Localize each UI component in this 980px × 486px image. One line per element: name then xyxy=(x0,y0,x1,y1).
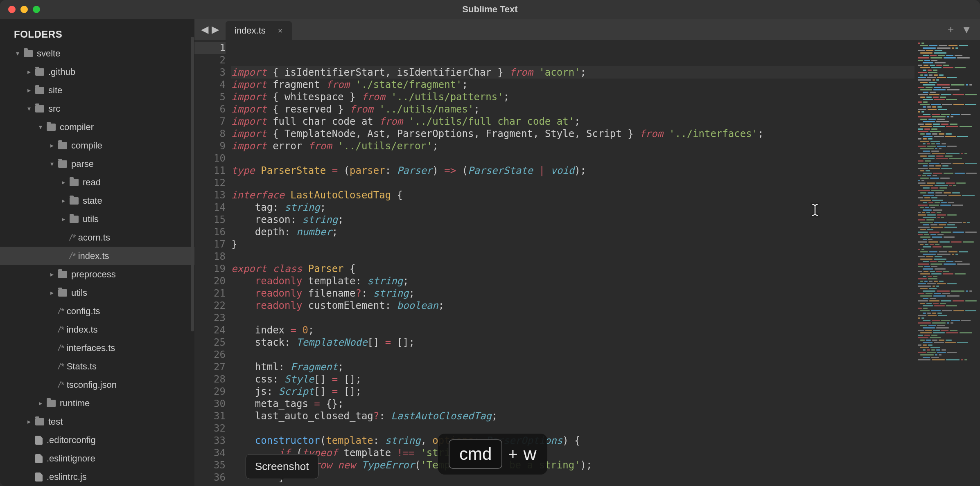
file-row[interactable]: /*Stats.ts xyxy=(0,357,194,376)
line-number[interactable]: 20 xyxy=(194,275,226,287)
code-line[interactable]: tag: string; xyxy=(231,201,915,214)
code-line[interactable] xyxy=(231,250,915,263)
folder-row[interactable]: ▸.github xyxy=(0,63,194,81)
folder-row[interactable]: ▸compile xyxy=(0,136,194,155)
disclosure-icon[interactable]: ▸ xyxy=(25,418,33,425)
code-line[interactable]: stack: TemplateNode[] = []; xyxy=(231,336,915,349)
file-row[interactable]: /*index.ts xyxy=(0,247,194,265)
folder-row[interactable]: ▾parse xyxy=(0,155,194,173)
line-number[interactable]: 4 xyxy=(194,79,226,91)
code-line[interactable]: depth: number; xyxy=(231,226,915,238)
disclosure-icon[interactable]: ▾ xyxy=(14,50,21,57)
folder-row[interactable]: ▸preprocess xyxy=(0,265,194,284)
line-number[interactable]: 13 xyxy=(194,189,226,201)
line-number[interactable]: 10 xyxy=(194,152,226,164)
code-line[interactable]: readonly template: string; xyxy=(231,275,915,287)
line-number[interactable]: 18 xyxy=(194,250,226,263)
folder-row[interactable]: ▾svelte xyxy=(0,44,194,63)
sidebar-scrollbar[interactable] xyxy=(191,37,194,331)
disclosure-icon[interactable]: ▾ xyxy=(25,106,33,112)
file-row[interactable]: /*acorn.ts xyxy=(0,228,194,247)
folder-row[interactable]: ▸state xyxy=(0,191,194,210)
code-line[interactable]: meta_tags = {}; xyxy=(231,398,915,410)
disclosure-icon[interactable]: ▸ xyxy=(60,198,67,204)
line-number[interactable]: 25 xyxy=(194,336,226,349)
line-number[interactable]: 26 xyxy=(194,349,226,361)
line-number[interactable]: 23 xyxy=(194,312,226,324)
code-line[interactable]: } xyxy=(231,238,915,250)
code-editor[interactable]: import { isIdentifierStart, isIdentifier… xyxy=(231,40,915,486)
line-gutter[interactable]: 1234567891011121314151617181920212223242… xyxy=(194,40,231,486)
line-number[interactable]: 8 xyxy=(194,128,226,140)
line-number[interactable]: 6 xyxy=(194,103,226,115)
close-window-button[interactable] xyxy=(8,6,16,13)
line-number[interactable]: 33 xyxy=(194,434,226,447)
disclosure-icon[interactable]: ▸ xyxy=(37,400,44,407)
disclosure-icon[interactable]: ▾ xyxy=(37,124,44,130)
line-number[interactable]: 27 xyxy=(194,361,226,373)
line-number[interactable]: 12 xyxy=(194,177,226,189)
line-number[interactable]: 31 xyxy=(194,410,226,422)
code-line[interactable]: throw new TypeError('Template must be a … xyxy=(231,459,915,471)
code-line[interactable]: readonly customElement: boolean; xyxy=(231,299,915,312)
code-line[interactable] xyxy=(231,484,915,486)
code-line[interactable]: index = 0; xyxy=(231,324,915,336)
new-tab-button[interactable]: + xyxy=(948,23,954,36)
line-number[interactable]: 30 xyxy=(194,398,226,410)
line-number[interactable]: 7 xyxy=(194,115,226,128)
file-row[interactable]: /*config.ts xyxy=(0,302,194,320)
code-line[interactable]: if (typeof template !== 'string') { xyxy=(231,447,915,459)
code-line[interactable]: last_auto_closed_tag?: LastAutoClosedTag… xyxy=(231,410,915,422)
line-number[interactable]: 14 xyxy=(194,201,226,214)
file-row[interactable]: .eslintignore xyxy=(0,449,194,468)
code-line[interactable]: import { reserved } from '../utils/names… xyxy=(231,103,915,115)
tab-close-icon[interactable]: × xyxy=(278,26,283,36)
code-line[interactable]: import error from '../utils/error'; xyxy=(231,140,915,152)
code-line[interactable]: interface LastAutoClosedTag { xyxy=(231,189,915,201)
folder-row[interactable]: ▸utils xyxy=(0,210,194,228)
code-line[interactable]: import full_char_code_at from '../utils/… xyxy=(231,115,915,128)
code-line[interactable] xyxy=(231,152,915,164)
disclosure-icon[interactable]: ▸ xyxy=(48,271,56,278)
file-row[interactable]: /*index.ts xyxy=(0,320,194,339)
line-number[interactable]: 1 xyxy=(194,42,226,54)
line-number[interactable]: 32 xyxy=(194,422,226,434)
code-line[interactable]: import fragment from './state/fragment'; xyxy=(231,79,915,91)
code-line[interactable]: import { isIdentifierStart, isIdentifier… xyxy=(231,66,915,79)
line-number[interactable]: 3 xyxy=(194,66,226,79)
code-line[interactable]: reason: string; xyxy=(231,214,915,226)
code-line[interactable] xyxy=(231,177,915,189)
minimize-window-button[interactable] xyxy=(20,6,28,13)
code-line[interactable]: export class Parser { xyxy=(231,263,915,275)
code-line[interactable] xyxy=(231,349,915,361)
nav-back-icon[interactable]: ◀ xyxy=(201,24,208,35)
disclosure-icon[interactable]: ▸ xyxy=(25,69,33,75)
tab-overflow-button[interactable]: ▼ xyxy=(961,23,972,36)
code-line[interactable]: constructor(template: string, options: P… xyxy=(231,434,915,447)
code-line[interactable]: type ParserState = (parser: Parser) => (… xyxy=(231,164,915,177)
folder-row[interactable]: ▾src xyxy=(0,99,194,118)
file-tab[interactable]: index.ts× xyxy=(226,21,292,40)
line-number[interactable]: 19 xyxy=(194,263,226,275)
code-line[interactable] xyxy=(231,312,915,324)
disclosure-icon[interactable]: ▸ xyxy=(25,87,33,94)
folder-row[interactable]: ▸site xyxy=(0,81,194,99)
folder-row[interactable]: ▸read xyxy=(0,173,194,191)
disclosure-icon[interactable]: ▸ xyxy=(60,179,67,186)
folder-row[interactable]: ▾compiler xyxy=(0,118,194,136)
maximize-window-button[interactable] xyxy=(33,6,40,13)
code-line[interactable]: } xyxy=(231,471,915,484)
folder-row[interactable]: ▸runtime xyxy=(0,394,194,412)
line-number[interactable]: 11 xyxy=(194,164,226,177)
line-number[interactable]: 34 xyxy=(194,447,226,459)
file-row[interactable]: .editorconfig xyxy=(0,431,194,449)
line-number[interactable]: 15 xyxy=(194,214,226,226)
line-number[interactable]: 2 xyxy=(194,54,226,66)
line-number[interactable]: 29 xyxy=(194,385,226,398)
file-row[interactable]: .eslintrc.js xyxy=(0,468,194,486)
folder-row[interactable]: ▸test xyxy=(0,412,194,431)
line-number[interactable]: 17 xyxy=(194,238,226,250)
folder-row[interactable]: ▸utils xyxy=(0,284,194,302)
line-number[interactable]: 21 xyxy=(194,287,226,299)
line-number[interactable]: 24 xyxy=(194,324,226,336)
